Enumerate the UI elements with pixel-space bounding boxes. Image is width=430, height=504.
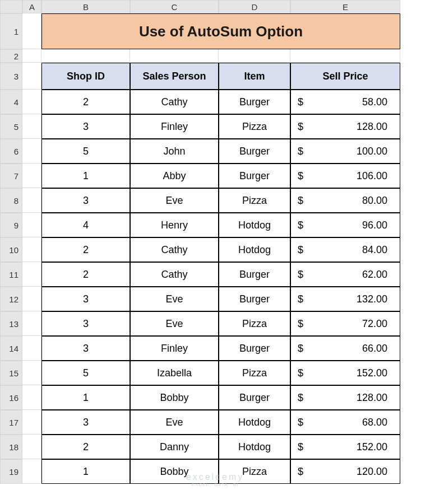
col-header-B[interactable]: B: [41, 0, 130, 13]
table-header-sell-price[interactable]: Sell Price: [290, 63, 400, 90]
cell-A8[interactable]: [22, 188, 41, 213]
cell-item[interactable]: Pizza: [219, 114, 290, 139]
row-header-8[interactable]: 8: [0, 188, 22, 213]
row-header-2[interactable]: 2: [0, 49, 22, 63]
cell-item[interactable]: Burger: [219, 287, 290, 311]
cell-item[interactable]: Burger: [219, 90, 290, 114]
cell-person[interactable]: Danny: [130, 435, 219, 459]
cell-price[interactable]: $72.00: [290, 311, 400, 336]
cell-price[interactable]: $152.00: [290, 361, 400, 385]
cell-price[interactable]: $58.00: [290, 90, 400, 114]
cell-shop[interactable]: 3: [41, 336, 130, 361]
cell-price[interactable]: $62.00: [290, 262, 400, 287]
cell-person[interactable]: Izabella: [130, 361, 219, 385]
table-header-shop-id[interactable]: Shop ID: [41, 63, 130, 90]
cell-shop[interactable]: 1: [41, 164, 130, 188]
cell-item[interactable]: Burger: [219, 336, 290, 361]
cell-A19[interactable]: [22, 459, 41, 484]
select-all-corner[interactable]: [0, 0, 22, 13]
col-header-D[interactable]: D: [219, 0, 290, 13]
cell-A3[interactable]: [22, 63, 41, 90]
row-header-10[interactable]: 10: [0, 237, 22, 262]
cell-item[interactable]: Burger: [219, 139, 290, 164]
cell-shop[interactable]: 2: [41, 262, 130, 287]
cell-shop[interactable]: 4: [41, 213, 130, 237]
cell-price[interactable]: $84.00: [290, 237, 400, 262]
row-header-5[interactable]: 5: [0, 114, 22, 139]
row-header-16[interactable]: 16: [0, 385, 22, 410]
row-header-19[interactable]: 19: [0, 459, 22, 484]
cell-price[interactable]: $120.00: [290, 459, 400, 484]
cell-A1[interactable]: [22, 13, 41, 49]
cell-price[interactable]: $128.00: [290, 385, 400, 410]
cell-shop[interactable]: 5: [41, 139, 130, 164]
cell-A12[interactable]: [22, 287, 41, 311]
cell-A11[interactable]: [22, 262, 41, 287]
cell-price[interactable]: $100.00: [290, 139, 400, 164]
col-header-E[interactable]: E: [290, 0, 400, 13]
cell-shop[interactable]: 1: [41, 459, 130, 484]
cell-A18[interactable]: [22, 435, 41, 459]
cell-item[interactable]: Pizza: [219, 459, 290, 484]
row-header-4[interactable]: 4: [0, 90, 22, 114]
cell-person[interactable]: Eve: [130, 311, 219, 336]
cell-A6[interactable]: [22, 139, 41, 164]
cell-shop[interactable]: 3: [41, 114, 130, 139]
cell-person[interactable]: Cathy: [130, 237, 219, 262]
cell-A15[interactable]: [22, 361, 41, 385]
row-header-6[interactable]: 6: [0, 139, 22, 164]
cell-item[interactable]: Pizza: [219, 311, 290, 336]
cell-person[interactable]: Bobby: [130, 459, 219, 484]
cell-shop[interactable]: 3: [41, 287, 130, 311]
cell-shop[interactable]: 3: [41, 188, 130, 213]
cell-item[interactable]: Burger: [219, 262, 290, 287]
cell-A14[interactable]: [22, 336, 41, 361]
cell-price[interactable]: $106.00: [290, 164, 400, 188]
cell-person[interactable]: Bobby: [130, 385, 219, 410]
row-header-1[interactable]: 1: [0, 13, 22, 49]
row-header-18[interactable]: 18: [0, 435, 22, 459]
cell-shop[interactable]: 1: [41, 385, 130, 410]
cell-item[interactable]: Burger: [219, 385, 290, 410]
cell-price[interactable]: $66.00: [290, 336, 400, 361]
cell-A10[interactable]: [22, 237, 41, 262]
cell-person[interactable]: John: [130, 139, 219, 164]
cell-shop[interactable]: 2: [41, 237, 130, 262]
row-header-12[interactable]: 12: [0, 287, 22, 311]
cell-person[interactable]: Finley: [130, 114, 219, 139]
cell-A16[interactable]: [22, 385, 41, 410]
cell-person[interactable]: Cathy: [130, 262, 219, 287]
cell-price[interactable]: $80.00: [290, 188, 400, 213]
cell-B2[interactable]: [41, 49, 130, 63]
cell-person[interactable]: Abby: [130, 164, 219, 188]
cell-D2[interactable]: [219, 49, 290, 63]
cell-E2[interactable]: [290, 49, 400, 63]
cell-person[interactable]: Finley: [130, 336, 219, 361]
cell-price[interactable]: $132.00: [290, 287, 400, 311]
col-header-C[interactable]: C: [130, 0, 219, 13]
cell-price[interactable]: $96.00: [290, 213, 400, 237]
row-header-7[interactable]: 7: [0, 164, 22, 188]
cell-price[interactable]: $152.00: [290, 435, 400, 459]
cell-item[interactable]: Hotdog: [219, 435, 290, 459]
cell-shop[interactable]: 2: [41, 435, 130, 459]
cell-A7[interactable]: [22, 164, 41, 188]
cell-price[interactable]: $128.00: [290, 114, 400, 139]
cell-shop[interactable]: 3: [41, 410, 130, 435]
cell-item[interactable]: Burger: [219, 164, 290, 188]
cell-person[interactable]: Eve: [130, 188, 219, 213]
cell-A13[interactable]: [22, 311, 41, 336]
cell-item[interactable]: Hotdog: [219, 213, 290, 237]
cell-C2[interactable]: [130, 49, 219, 63]
page-title[interactable]: Use of AutoSum Option: [41, 13, 400, 49]
cell-shop[interactable]: 5: [41, 361, 130, 385]
cell-A2[interactable]: [22, 49, 41, 63]
table-header-sales-person[interactable]: Sales Person: [130, 63, 219, 90]
cell-A4[interactable]: [22, 90, 41, 114]
col-header-A[interactable]: A: [22, 0, 41, 13]
cell-item[interactable]: Pizza: [219, 188, 290, 213]
cell-person[interactable]: Cathy: [130, 90, 219, 114]
cell-A17[interactable]: [22, 410, 41, 435]
cell-item[interactable]: Pizza: [219, 361, 290, 385]
cell-item[interactable]: Hotdog: [219, 410, 290, 435]
